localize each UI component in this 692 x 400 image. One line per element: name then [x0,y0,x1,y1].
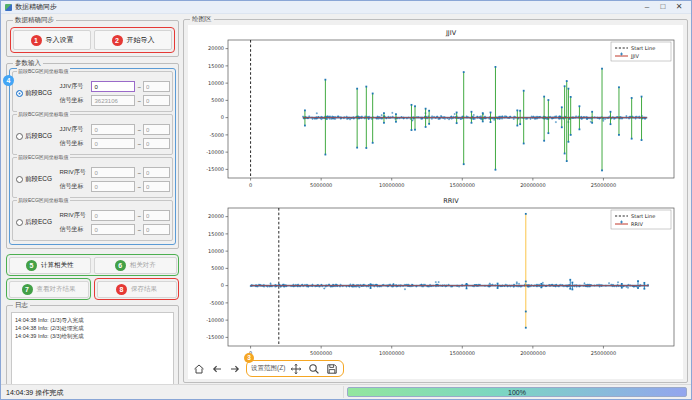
signal-coord-from-input[interactable] [91,95,135,106]
rriv-index-to-input[interactable] [143,210,170,221]
forward-icon[interactable] [228,362,242,376]
signal-coord-from-input[interactable] [91,181,135,192]
start-import-button[interactable]: 2 开始导入 [94,30,172,50]
section-title: 前段ECG区间坐标取值 [17,154,70,160]
radio-icon [16,176,23,183]
pan-icon[interactable] [289,362,303,376]
radio-front-bcg[interactable]: 前段BCG [16,77,59,110]
signal-coord-to-input[interactable] [143,181,170,192]
radio-icon [16,90,23,97]
rriv-index-from-input[interactable] [91,210,135,221]
step-badge-3: 3 [244,353,254,363]
svg-text:Start Line: Start Line [631,213,655,219]
svg-text:10000: 10000 [208,248,224,254]
zoom-icon[interactable] [307,362,321,376]
svg-text:-10000: -10000 [206,317,224,323]
radio-rear-bcg[interactable]: 后段BCG [16,120,59,153]
svg-text:20000000: 20000000 [520,350,545,356]
signal-coord-to-input[interactable] [143,138,170,149]
svg-text:-15000: -15000 [206,166,224,172]
param-section-front-bcg: 前段BCG区间坐标取值 前段BCG JJIV序号 ~ 信号坐标 [12,71,173,112]
range-separator: ~ [137,170,141,176]
svg-text:10000: 10000 [208,80,224,86]
progress-value: 100% [508,389,526,396]
range-separator: ~ [137,213,141,219]
signal-coord-from-input[interactable] [91,224,135,235]
status-bar: 14:04:39 操作完成 100% [1,384,691,399]
svg-text:5000000: 5000000 [310,182,332,188]
section-title: 后段BCG区间坐标取值 [17,111,70,117]
param-section-rear-ecg: 后段ECG区间坐标取值 后段ECG RRIV序号 ~ 信号坐标 [12,200,173,241]
jjiv-index-to-input[interactable] [143,81,170,92]
params-group: 参数输入 4 前段BCG区间坐标取值 前段BCG JJIV序号 ~ [6,63,179,249]
plot-area-title: 绘图区 [190,15,214,24]
row-label: JJIV序号 [59,82,89,91]
step-badge-7: 7 [22,284,33,295]
range-separator: ~ [137,184,141,190]
svg-text:5000000: 5000000 [310,350,332,356]
plot-toolbar: 3 设置范围(Z) [192,360,344,377]
correlation-align-label: 相关对齐 [130,261,156,270]
jjiv-index-from-input[interactable] [91,124,135,135]
radio-front-ecg[interactable]: 前段ECG [16,163,59,196]
figure-canvas: JJIV20000150001000050000-5000-10000-1500… [188,25,683,379]
range-separator: ~ [137,141,141,147]
close-button[interactable]: ✕ [671,1,687,13]
svg-text:-5000: -5000 [209,132,224,138]
svg-text:5000: 5000 [211,265,224,271]
jjiv-index-to-input[interactable] [143,124,170,135]
import-settings-button[interactable]: 1 导入设置 [13,30,91,50]
home-icon[interactable] [192,362,206,376]
radio-rear-ecg[interactable]: 后段ECG [16,206,59,239]
minimize-button[interactable]: – [639,1,655,13]
row-label: JJIV序号 [59,125,89,134]
svg-text:10000000: 10000000 [379,350,404,356]
log-textarea[interactable]: 14:04:38 Info: (1/3)导入完成 14:04:38 Info: … [11,312,174,390]
row-label: 信号坐标 [59,182,89,191]
row-label: 信号坐标 [59,225,89,234]
log-line: 14:04:38 Info: (2/3)处理完成 [15,324,170,332]
maximize-button[interactable]: □ [655,1,671,13]
log-line: 14:04:39 Info: (3/3)绘制完成 [15,332,170,340]
section-title: 后段ECG区间坐标取值 [17,197,70,203]
save-icon[interactable] [325,362,339,376]
save-result-button[interactable]: 8 保存结果 [97,281,177,298]
params-group-title: 参数输入 [13,59,43,68]
back-icon[interactable] [210,362,224,376]
svg-text:20000: 20000 [208,213,224,219]
svg-text:20000: 20000 [208,45,224,51]
view-result-annotation-box: 7 查看对齐结果 [6,278,91,300]
radio-icon [16,133,23,140]
svg-text:15000000: 15000000 [450,182,475,188]
plot-area-group: 绘图区 JJIV20000150001000050000-5000-10000-… [183,19,688,383]
compute-correlation-button[interactable]: 5 计算相关性 [9,257,92,274]
param-row: JJIV序号 ~ [59,81,170,92]
signal-coord-to-input[interactable] [143,224,170,235]
param-section-rear-bcg: 后段BCG区间坐标取值 后段BCG JJIV序号 ~ 信号坐标 [12,114,173,155]
rriv-chart[interactable]: RRIV20000150001000050000-5000-10000-1500… [190,194,682,360]
row-label: RRIV序号 [59,211,89,220]
signal-coord-from-input[interactable] [91,138,135,149]
step-badge-1: 1 [31,35,42,46]
svg-text:25000000: 25000000 [591,182,616,188]
param-row: 信号坐标 ~ [59,224,170,235]
log-group-title: 日志 [13,301,30,310]
row-label: RRIV序号 [59,168,89,177]
app-icon [5,4,12,11]
set-range-button[interactable]: 设置范围(Z) [251,364,285,373]
jjiv-index-from-input[interactable] [91,81,135,92]
rriv-index-from-input[interactable] [91,167,135,178]
svg-text:5000: 5000 [211,97,224,103]
signal-coord-to-input[interactable] [143,95,170,106]
jjiv-chart[interactable]: JJIV20000150001000050000-5000-10000-1500… [190,26,682,192]
range-separator: ~ [137,84,141,90]
param-row: 信号坐标 ~ [59,181,170,192]
range-annotation-box: 3 设置范围(Z) [246,360,344,377]
view-align-result-button[interactable]: 7 查看对齐结果 [9,281,89,298]
compute-annotation-box: 5 计算相关性 6 相关对齐 [6,254,179,276]
correlation-align-button[interactable]: 6 相关对齐 [94,257,177,274]
svg-text:25000000: 25000000 [591,350,616,356]
start-import-label: 开始导入 [127,35,155,45]
rriv-index-to-input[interactable] [143,167,170,178]
radio-label: 前段ECG [25,175,52,184]
